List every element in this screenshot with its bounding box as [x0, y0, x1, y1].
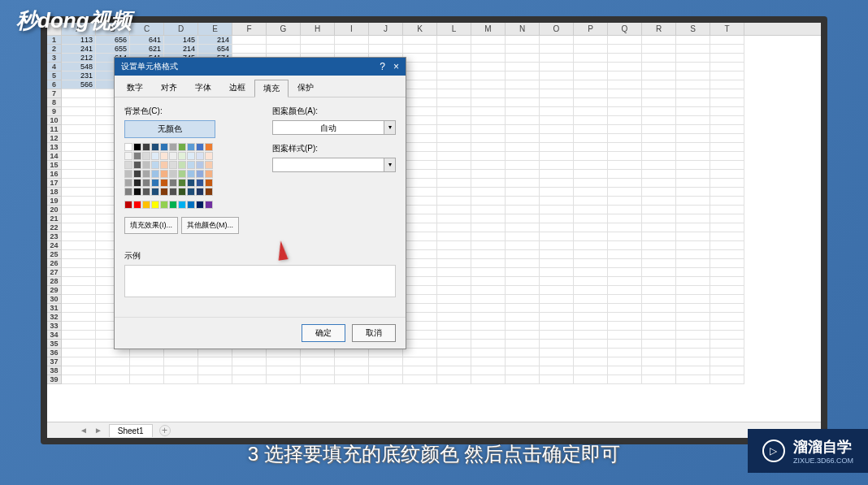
cell[interactable]: [676, 71, 710, 80]
color-swatch[interactable]: [142, 143, 150, 151]
cell[interactable]: [608, 295, 642, 304]
cell[interactable]: [608, 349, 642, 357]
cell[interactable]: [540, 223, 574, 232]
cell[interactable]: [676, 286, 710, 295]
color-swatch[interactable]: [169, 161, 177, 169]
color-swatch[interactable]: [196, 170, 204, 178]
cell[interactable]: [506, 63, 540, 71]
cell[interactable]: [471, 161, 506, 170]
row-header[interactable]: 19: [47, 197, 62, 206]
cell[interactable]: [506, 161, 540, 170]
cell[interactable]: [540, 116, 574, 125]
row-header[interactable]: 8: [47, 98, 62, 107]
cell[interactable]: [471, 331, 506, 340]
cell[interactable]: [608, 331, 642, 340]
cell[interactable]: [506, 134, 540, 143]
dialog-tab[interactable]: 保护: [289, 79, 323, 97]
cell[interactable]: [62, 304, 96, 313]
cell[interactable]: [574, 206, 608, 214]
cell[interactable]: [437, 331, 471, 340]
cell[interactable]: [608, 116, 642, 125]
color-swatch[interactable]: [124, 152, 132, 160]
cell[interactable]: [96, 366, 130, 375]
cell[interactable]: [642, 98, 676, 107]
cell[interactable]: [710, 277, 744, 286]
color-swatch[interactable]: [133, 152, 141, 160]
cell[interactable]: [506, 116, 540, 125]
cell[interactable]: [62, 349, 96, 357]
cell[interactable]: [437, 98, 471, 107]
cell[interactable]: [608, 63, 642, 71]
cell[interactable]: [608, 232, 642, 241]
cell[interactable]: 655: [96, 45, 130, 54]
cell[interactable]: [369, 349, 403, 357]
column-header[interactable]: Q: [608, 23, 642, 35]
cell[interactable]: [471, 170, 506, 179]
cell[interactable]: [62, 286, 96, 295]
cell[interactable]: [642, 366, 676, 375]
cell[interactable]: [437, 152, 471, 161]
cell[interactable]: [642, 250, 676, 259]
color-swatch[interactable]: [178, 152, 186, 160]
cell[interactable]: [540, 161, 574, 170]
cell[interactable]: [471, 188, 506, 197]
cell[interactable]: [335, 36, 369, 45]
cell[interactable]: [676, 304, 710, 313]
cell[interactable]: [676, 179, 710, 188]
cell[interactable]: [437, 250, 471, 259]
cell[interactable]: [437, 304, 471, 313]
cell[interactable]: [62, 170, 96, 179]
cell[interactable]: [642, 152, 676, 161]
cell[interactable]: [335, 45, 369, 54]
pattern-style-combo[interactable]: ▾: [272, 158, 396, 172]
cell[interactable]: [608, 375, 642, 384]
cell[interactable]: [437, 357, 471, 366]
cell[interactable]: [574, 152, 608, 161]
cell[interactable]: [471, 45, 506, 54]
cell[interactable]: [642, 80, 676, 89]
cell[interactable]: [608, 322, 642, 331]
cell[interactable]: [710, 54, 744, 63]
cell[interactable]: [574, 295, 608, 304]
cell[interactable]: [62, 375, 96, 384]
color-swatch[interactable]: [178, 179, 186, 187]
color-swatch[interactable]: [133, 170, 141, 178]
column-header[interactable]: O: [540, 23, 574, 35]
cell[interactable]: [62, 295, 96, 304]
cell[interactable]: [540, 214, 574, 223]
pattern-color-combo[interactable]: 自动 ▾: [272, 120, 396, 135]
cell[interactable]: [608, 89, 642, 98]
cell[interactable]: [540, 179, 574, 188]
dialog-tab[interactable]: 边框: [220, 79, 254, 97]
cell[interactable]: [267, 375, 301, 384]
cell[interactable]: [676, 277, 710, 286]
cell[interactable]: [710, 268, 744, 277]
cell[interactable]: [62, 250, 96, 259]
row-header[interactable]: 2: [47, 45, 62, 54]
color-swatch[interactable]: [160, 201, 168, 209]
column-header[interactable]: L: [437, 23, 471, 35]
color-swatch[interactable]: [196, 201, 204, 209]
cell[interactable]: [574, 170, 608, 179]
cell[interactable]: [506, 232, 540, 241]
cell[interactable]: [437, 295, 471, 304]
cell[interactable]: [506, 170, 540, 179]
color-swatch[interactable]: [151, 201, 159, 209]
color-swatch[interactable]: [160, 170, 168, 178]
cell[interactable]: [574, 36, 608, 45]
cell[interactable]: [403, 89, 437, 98]
cell[interactable]: [437, 71, 471, 80]
cell[interactable]: [642, 116, 676, 125]
cell[interactable]: [676, 197, 710, 206]
cell[interactable]: [506, 277, 540, 286]
cell[interactable]: 548: [62, 63, 96, 71]
cell[interactable]: [403, 45, 437, 54]
cell[interactable]: [403, 63, 437, 71]
cell[interactable]: [471, 71, 506, 80]
cell[interactable]: [642, 357, 676, 366]
cell[interactable]: [608, 313, 642, 322]
cell[interactable]: [96, 349, 130, 357]
row-header[interactable]: 36: [47, 349, 62, 357]
cell[interactable]: [676, 143, 710, 152]
cell[interactable]: [164, 357, 198, 366]
